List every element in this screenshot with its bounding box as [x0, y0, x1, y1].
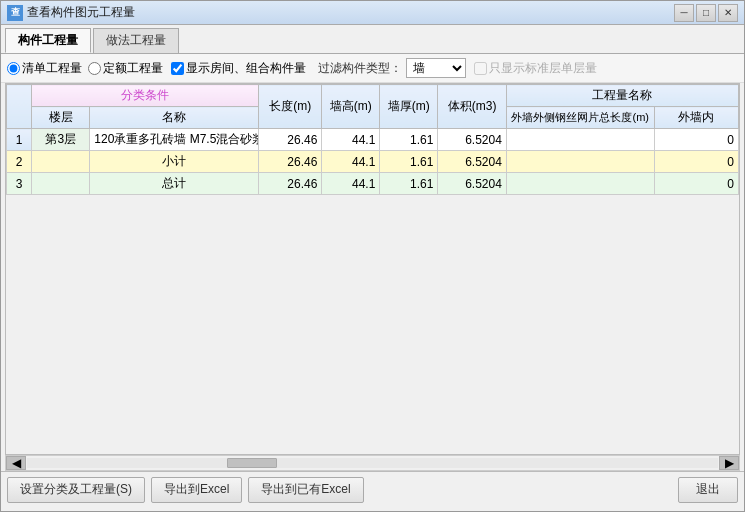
table-row: 1 第3层 120承重多孔砖墙 M7.5混合砂浆 26.46 44.1 1.61…	[7, 129, 739, 151]
cell-num-3: 3	[7, 173, 32, 195]
col-header-name: 名称	[90, 107, 259, 129]
cell-wallthick-3: 1.61	[380, 173, 438, 195]
col-header-wallheight: 墙高(m)	[322, 85, 380, 129]
title-bar: 查 查看构件图元工程量 ─ □ ✕	[1, 1, 744, 25]
cell-name-1: 120承重多孔砖墙 M7.5混合砂浆	[90, 129, 259, 151]
col-header-wallthick: 墙厚(m)	[380, 85, 438, 129]
cell-wallheight-3: 44.1	[322, 173, 380, 195]
col-header-volume: 体积(m3)	[438, 85, 507, 129]
radio-list-quantity[interactable]: 清单工程量	[7, 60, 82, 77]
col-header-length: 长度(m)	[259, 85, 322, 129]
engineering-name-header: 工程量名称	[506, 85, 738, 107]
cell-length-3: 26.46	[259, 173, 322, 195]
show-standard-floors-group: 只显示标准层单层量	[474, 60, 597, 77]
cell-inner-wall-1: 0	[654, 129, 738, 151]
col-header-num	[7, 85, 32, 129]
quantity-table: 分类条件 长度(m) 墙高(m) 墙厚(m) 体积(m3) 工程量名称 楼层 名…	[6, 84, 739, 195]
filter-type-select[interactable]: 墙	[406, 58, 466, 78]
tab-method-quantity[interactable]: 做法工程量	[93, 28, 179, 53]
show-standard-floors-checkbox[interactable]	[474, 62, 487, 75]
cell-volume-1: 6.5204	[438, 129, 507, 151]
toolbar: 清单工程量 定额工程量 显示房间、组合构件量 过滤构件类型： 墙 只显示标准层单…	[1, 54, 744, 83]
horizontal-scrollbar[interactable]: ◀ ▶	[5, 455, 740, 471]
maximize-button[interactable]: □	[696, 4, 716, 22]
table-row-total: 3 总计 26.46 44.1 1.61 6.5204 0	[7, 173, 739, 195]
cell-floor-1: 第3层	[32, 129, 90, 151]
cell-wallheight-2: 44.1	[322, 151, 380, 173]
classification-header: 分类条件	[32, 85, 259, 107]
cell-outer-mesh-1	[506, 129, 654, 151]
cell-floor-2	[32, 151, 90, 173]
cell-wallthick-2: 1.61	[380, 151, 438, 173]
export-existing-excel-button[interactable]: 导出到已有Excel	[248, 477, 363, 503]
minimize-button[interactable]: ─	[674, 4, 694, 22]
title-icon: 查	[7, 5, 23, 21]
close-button[interactable]: ✕	[718, 4, 738, 22]
checkbox-show-rooms[interactable]: 显示房间、组合构件量	[171, 60, 306, 77]
col-header-outer-mesh: 外墙外侧钢丝网片总长度(m)	[506, 107, 654, 129]
cell-volume-2: 6.5204	[438, 151, 507, 173]
tab-component-quantity[interactable]: 构件工程量	[5, 28, 91, 53]
cell-outer-mesh-2	[506, 151, 654, 173]
cell-num-2: 2	[7, 151, 32, 173]
cell-inner-wall-2: 0	[654, 151, 738, 173]
bottom-bar: 设置分类及工程量(S) 导出到Excel 导出到已有Excel 退出	[1, 471, 744, 507]
cell-floor-3	[32, 173, 90, 195]
cell-wallheight-1: 44.1	[322, 129, 380, 151]
cell-inner-wall-3: 0	[654, 173, 738, 195]
scrollbar-thumb[interactable]	[227, 458, 277, 468]
radio-quota-quantity[interactable]: 定额工程量	[88, 60, 163, 77]
exit-button[interactable]: 退出	[678, 477, 738, 503]
cell-length-2: 26.46	[259, 151, 322, 173]
tab-bar: 构件工程量 做法工程量	[1, 25, 744, 54]
set-classification-button[interactable]: 设置分类及工程量(S)	[7, 477, 145, 503]
cell-wallthick-1: 1.61	[380, 129, 438, 151]
cell-outer-mesh-3	[506, 173, 654, 195]
cell-length-1: 26.46	[259, 129, 322, 151]
cell-num-1: 1	[7, 129, 32, 151]
cell-volume-3: 6.5204	[438, 173, 507, 195]
export-excel-button[interactable]: 导出到Excel	[151, 477, 242, 503]
table-row-subtotal: 2 小计 26.46 44.1 1.61 6.5204 0	[7, 151, 739, 173]
filter-label: 过滤构件类型：	[318, 60, 402, 77]
window-title: 查看构件图元工程量	[27, 4, 135, 21]
col-header-floor: 楼层	[32, 107, 90, 129]
cell-name-2: 小计	[90, 151, 259, 173]
cell-name-3: 总计	[90, 173, 259, 195]
col-header-inner-wall: 外墙内	[654, 107, 738, 129]
